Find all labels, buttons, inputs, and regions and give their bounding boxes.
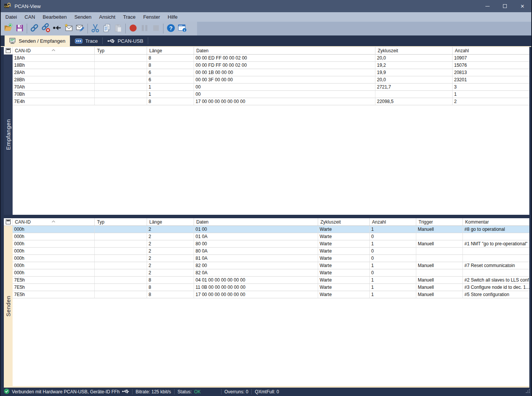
cell-daten: 00 00 FD FF 00 00 02 00: [194, 62, 375, 69]
edit-message-button[interactable]: [74, 23, 86, 34]
cell-anzahl: 0: [370, 255, 416, 262]
table-row[interactable]: 28Bh600 00 3F 00 00 0020,023201: [13, 76, 529, 84]
cell-l-nge: 2: [147, 248, 194, 254]
window-title: PCAN-View: [15, 3, 40, 9]
select-all-checkbox[interactable]: [4, 47, 13, 54]
status-label: Status:: [178, 389, 192, 394]
cell-l-nge: 6: [147, 69, 194, 76]
table-row[interactable]: 000h280 0AWarte0: [13, 248, 529, 255]
open-file-button[interactable]: [2, 23, 14, 34]
table-row[interactable]: 000h280 00Warte1Manuell#1 NMT "go to pre…: [13, 240, 529, 248]
cell-anzahl: 0: [370, 269, 416, 276]
cell-l-nge: 1: [147, 84, 194, 90]
table-row[interactable]: 7E5h804 01 00 00 00 00 00 00Warte1Manuel…: [13, 277, 529, 284]
tab-senden-empfangen[interactable]: Senden / Empfangen: [5, 35, 70, 46]
table-row[interactable]: 70Ah1002721,73: [13, 84, 529, 91]
record-icon: [128, 23, 138, 34]
tab-trace[interactable]: Trace: [70, 35, 102, 46]
send-panel-column-header-trigger[interactable]: Trigger: [416, 218, 463, 225]
column-header-label: Typ: [97, 219, 104, 225]
cell-typ: [95, 84, 147, 90]
cell-daten: 01 00: [194, 226, 318, 233]
table-row[interactable]: 000h201 00Warte1Manuell#8 go to operatio…: [13, 226, 529, 233]
tab-pcan-usb[interactable]: PCAN-USB: [103, 35, 148, 46]
minimize-button[interactable]: [479, 0, 496, 12]
table-row[interactable]: 7E4h817 00 00 00 00 00 00 0022098,52: [13, 98, 529, 105]
column-header-label: Zykluszeit: [378, 48, 398, 53]
send-panel-column-header-anzahl[interactable]: Anzahl: [370, 218, 416, 225]
cell-l-nge: 2: [147, 269, 194, 276]
connection-text: Verbunden mit Hardware PCAN-USB, Geräte-…: [12, 389, 120, 394]
table-row[interactable]: 18Bh800 00 FD FF 00 00 02 0019,215076: [13, 62, 529, 69]
send-panel-column-header-zykluszeit[interactable]: Zykluszeit: [318, 218, 370, 225]
send-panel-column-header-l-nge[interactable]: Länge: [147, 218, 194, 225]
receive-panel-column-header-can-id[interactable]: CAN-ID: [13, 47, 95, 54]
menu-item-senden[interactable]: Senden: [71, 12, 95, 22]
table-row[interactable]: 000h282 00Warte1Manuell#7 Reset communic…: [13, 262, 529, 269]
menu-item-datei[interactable]: Datei: [2, 12, 21, 22]
cell-anzahl: 1: [453, 91, 529, 98]
cell-typ: [95, 62, 147, 69]
disconnect-button[interactable]: [40, 23, 52, 34]
column-header-label: Daten: [196, 48, 209, 53]
cut-button[interactable]: [89, 23, 101, 34]
column-header-label: CAN-ID: [15, 48, 31, 53]
menu-item-ansicht[interactable]: Ansicht: [95, 12, 120, 22]
menu-item-can[interactable]: CAN: [21, 12, 39, 22]
table-row[interactable]: 7E5h817 00 00 00 00 00 00 00Warte1Manuel…: [13, 291, 529, 298]
select-all-checkbox[interactable]: [4, 218, 13, 225]
send-panel-column-header-daten[interactable]: Daten: [194, 218, 318, 225]
column-header-label: Anzahl: [455, 48, 469, 53]
column-header-label: Daten: [196, 219, 209, 225]
message-info-icon: i: [177, 23, 187, 34]
column-header-label: Trigger: [419, 219, 433, 225]
menu-item-hilfe[interactable]: Hilfe: [164, 12, 181, 22]
cell-can-id: 7E4h: [13, 98, 95, 105]
send-panel: Senden CAN-IDTypLängeDatenZykluszeitAnza…: [4, 218, 529, 386]
panel-divider[interactable]: [4, 215, 529, 218]
receive-panel-column-header-anzahl[interactable]: Anzahl: [453, 47, 529, 54]
receive-panel-column-header-zykluszeit[interactable]: Zykluszeit: [375, 47, 453, 54]
send-panel-column-header-typ[interactable]: Typ: [95, 218, 147, 225]
receive-panel-column-header-daten[interactable]: Daten: [194, 47, 375, 54]
table-row[interactable]: 70Bh1001: [13, 91, 529, 98]
menu-item-fenster[interactable]: Fenster: [139, 12, 164, 22]
maximize-button[interactable]: [496, 0, 514, 12]
save-icon: [15, 24, 24, 34]
send-panel-column-header-can-id[interactable]: CAN-ID: [13, 218, 95, 225]
send-panel-column-header-kommentar[interactable]: Kommentar: [463, 218, 529, 225]
close-button[interactable]: ✕: [514, 0, 531, 12]
cell-zykluszeit: Warte: [318, 284, 370, 291]
table-row[interactable]: 7E5h811 0B 00 00 00 00 00 00Warte1Manuel…: [13, 284, 529, 291]
cell-typ: [95, 76, 147, 83]
table-row[interactable]: 18Ah800 00 ED FF 00 00 02 0020,010907: [13, 55, 529, 62]
help-button[interactable]: ?: [165, 23, 176, 34]
record-button[interactable]: [127, 23, 139, 34]
table-row[interactable]: 000h282 0AWarte0: [13, 269, 529, 277]
cell-zykluszeit: 20,0: [375, 76, 453, 83]
single-shot-button[interactable]: [52, 23, 63, 34]
cell-daten: 04 01 00 00 00 00 00 00: [194, 277, 318, 283]
table-row[interactable]: 000h201 0AWarte0: [13, 233, 529, 240]
cell-trigger: [416, 248, 463, 254]
connect-button[interactable]: [29, 23, 40, 34]
cell-anzahl: 0: [370, 233, 416, 240]
cell-can-id: 28Bh: [13, 76, 95, 83]
new-message-button[interactable]: [63, 23, 74, 34]
cell-typ: [95, 277, 147, 283]
copy-button[interactable]: [101, 23, 112, 34]
receive-panel-column-header-l-nge[interactable]: Länge: [147, 47, 194, 54]
receive-panel-column-header-typ[interactable]: Typ: [95, 47, 147, 54]
cell-daten: 00: [194, 91, 375, 98]
cell-zykluszeit: [375, 91, 453, 98]
table-row[interactable]: 28Ah600 00 1B 00 00 0019,920813: [13, 69, 529, 76]
message-info-button[interactable]: i: [176, 23, 188, 34]
menu-item-trace[interactable]: Trace: [119, 12, 139, 22]
cell-zykluszeit: Warte: [318, 291, 370, 298]
menu-bar: DateiCANBearbeitenSendenAnsichtTraceFens…: [1, 12, 531, 22]
resize-grip-icon[interactable]: [526, 389, 530, 395]
table-row[interactable]: 000h281 0AWarte0: [13, 255, 529, 262]
menu-item-bearbeiten[interactable]: Bearbeiten: [39, 12, 71, 22]
bus-status: Status: OK: [175, 389, 204, 394]
save-button[interactable]: [14, 23, 25, 34]
